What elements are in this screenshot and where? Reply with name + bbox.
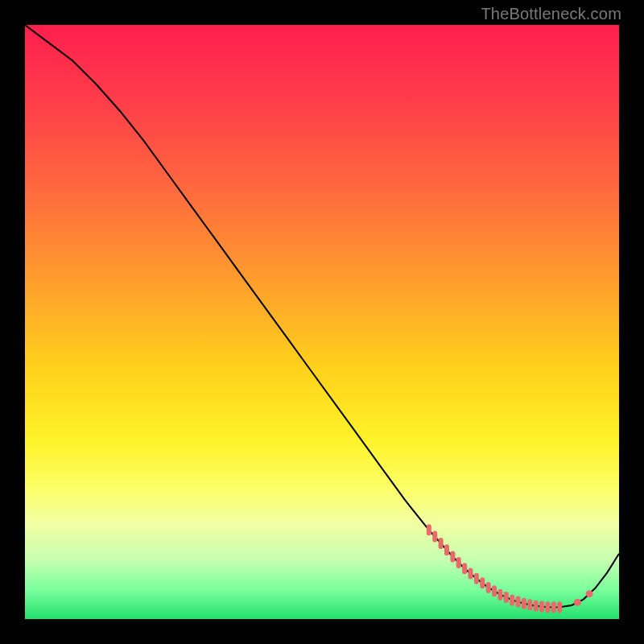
plot-area: [25, 25, 619, 619]
curve-line: [25, 25, 619, 607]
highlight-dots: [574, 590, 593, 606]
highlight-ticks: [429, 526, 559, 610]
chart-stage: TheBottleneck.com: [0, 0, 644, 644]
highlight-dot: [574, 599, 581, 606]
highlight-dot: [586, 590, 593, 597]
chart-svg: [25, 25, 619, 619]
watermark-text: TheBottleneck.com: [481, 5, 621, 23]
